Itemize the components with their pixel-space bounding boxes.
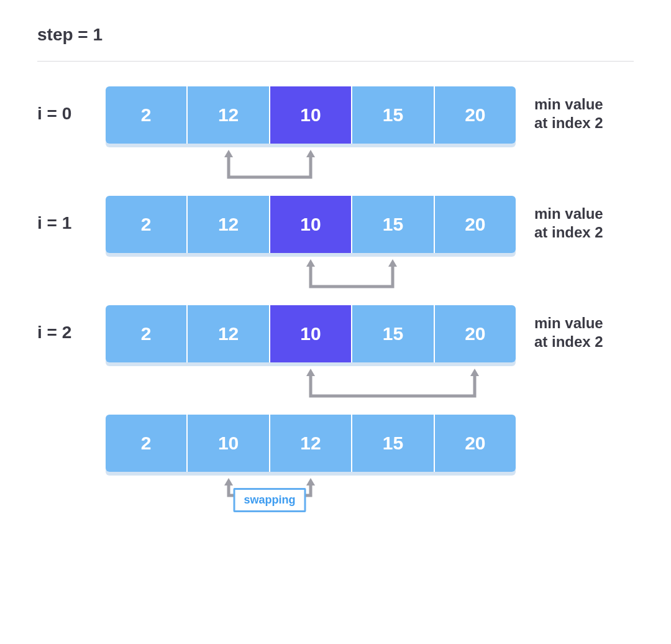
min-value-label-line2: at index 2: [534, 333, 603, 351]
array-wrap: 212101520: [106, 196, 516, 253]
compare-connector: [106, 259, 516, 301]
svg-marker-4: [306, 369, 315, 376]
diagram-row: i = 2212101520min valueat index 2: [37, 305, 634, 362]
array: 210121520: [106, 415, 516, 472]
array-wrap: 212101520: [106, 86, 516, 144]
array-cell: 20: [435, 86, 516, 144]
svg-marker-3: [388, 259, 397, 267]
row-i-label: i = 2: [37, 323, 106, 343]
divider: [37, 61, 634, 62]
array-cell: 15: [352, 86, 434, 144]
min-value-label-line1: min value: [534, 314, 603, 333]
min-value-label: min valueat index 2: [534, 314, 603, 351]
array-cell-min: 10: [270, 196, 352, 253]
svg-marker-2: [306, 259, 315, 267]
min-value-label-line1: min value: [534, 205, 603, 223]
min-value-label: min valueat index 2: [534, 205, 603, 242]
array-cell: 2: [106, 196, 188, 253]
array: 212101520: [106, 196, 516, 253]
step-label: step = 1: [37, 25, 634, 45]
array: 212101520: [106, 86, 516, 144]
array-cell: 20: [435, 305, 516, 362]
array-cell: 15: [352, 196, 434, 253]
swap-badge: swapping: [233, 488, 306, 512]
array-cell: 2: [106, 415, 188, 472]
min-value-label-line2: at index 2: [534, 223, 603, 242]
min-value-label-line1: min value: [534, 95, 603, 114]
row-i-label: i = 1: [37, 213, 106, 233]
array-wrap: 212101520: [106, 305, 516, 362]
array-cell: 12: [270, 415, 352, 472]
array-cell: 15: [352, 305, 434, 362]
array-wrap: 210121520: [106, 415, 516, 472]
array-cell-min: 10: [270, 86, 352, 144]
svg-marker-1: [306, 150, 315, 157]
swap-connector: swapping: [106, 478, 516, 520]
diagram-row: 210121520: [37, 415, 634, 472]
compare-connector: [106, 150, 516, 192]
svg-marker-0: [224, 150, 233, 157]
svg-marker-7: [306, 478, 315, 485]
min-value-label: min valueat index 2: [534, 95, 603, 132]
array-cell: 2: [106, 305, 188, 362]
array-cell: 15: [352, 415, 434, 472]
svg-marker-5: [470, 369, 479, 376]
array-cell: 12: [188, 305, 270, 362]
rows-container: i = 0212101520min valueat index 2i = 121…: [37, 86, 634, 520]
array-cell-min: 10: [270, 305, 352, 362]
array-cell: 12: [188, 196, 270, 253]
array-cell: 12: [188, 86, 270, 144]
min-value-label-line2: at index 2: [534, 114, 603, 132]
array-cell: 2: [106, 86, 188, 144]
array: 212101520: [106, 305, 516, 362]
svg-marker-6: [224, 478, 233, 485]
diagram-row: i = 0212101520min valueat index 2: [37, 86, 634, 144]
diagram-row: i = 1212101520min valueat index 2: [37, 196, 634, 253]
row-i-label: i = 0: [37, 104, 106, 124]
array-cell: 20: [435, 196, 516, 253]
array-cell: 10: [188, 415, 270, 472]
array-cell: 20: [435, 415, 516, 472]
compare-connector: [106, 369, 516, 411]
